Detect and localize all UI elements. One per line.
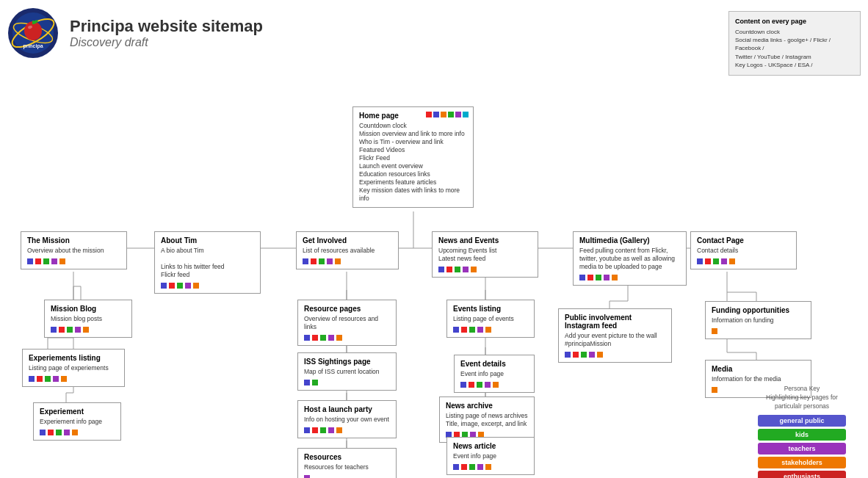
launch-party-node: Host a launch party Info on hosting your… <box>297 400 397 438</box>
homepage-text: Countdown clock Mission overview and lin… <box>359 122 467 203</box>
sitemap: Home page Countdown clock Mission overvi… <box>7 66 861 478</box>
resources-node: Resources Resources for teachers <box>297 448 397 478</box>
iss-sightings-node: ISS Sightings page Map of ISS current lo… <box>297 352 397 391</box>
resource-pages-text: Overview of resources and links <box>304 315 390 331</box>
funding-title: Funding opportunities <box>712 306 805 314</box>
funding-text: Information on funding <box>712 316 805 325</box>
persona-stakeholders: stakeholders <box>758 457 846 468</box>
multimedia-title: Multimedia (Gallery) <box>579 236 680 245</box>
launch-party-text: Info on hosting your own event <box>304 416 390 424</box>
contact-node: Contact Page Contact details <box>690 231 797 269</box>
funding-node: Funding opportunities Information on fun… <box>705 301 811 339</box>
every-page-title: Content on every page <box>735 18 854 25</box>
resource-pages-title: Resource pages <box>304 305 390 313</box>
about-tim-title: About Tim <box>161 236 254 245</box>
multimedia-node: Multimedia (Gallery) Feed pulling conten… <box>573 231 687 286</box>
public-involvement-node: Public involvementInstagram feed Add you… <box>558 308 672 363</box>
persona-enthusiasts: enthusiasts <box>758 471 846 478</box>
persona-key-title: Persona Key Highlighting key pages for p… <box>751 385 853 411</box>
event-details-text: Event info page <box>460 370 528 378</box>
about-tim-text: A bio about TimLinks to his twitter feed… <box>161 247 254 279</box>
contact-title: Contact Page <box>697 236 790 245</box>
resources-text: Resources for teachers <box>304 463 390 471</box>
persona-key: Persona Key Highlighting key pages for p… <box>751 385 853 478</box>
mission-text: Overview about the mission <box>27 247 120 255</box>
iss-sightings-title: ISS Sightings page <box>304 358 390 366</box>
mission-blog-title: Mission Blog <box>51 305 126 313</box>
mission-blog-text: Mission blog posts <box>51 315 126 323</box>
iss-sightings-text: Map of ISS current location <box>304 368 390 376</box>
launch-party-title: Host a launch party <box>304 405 390 413</box>
about-tim-node: About Tim A bio about TimLinks to his tw… <box>154 231 261 294</box>
media-text: Information for the media <box>712 375 805 383</box>
multimedia-text: Feed pulling content from Flickr, twitte… <box>579 247 680 271</box>
mission-blog-node: Mission Blog Mission blog posts <box>44 300 132 338</box>
news-article-text: Event info page <box>453 452 528 460</box>
news-archive-node: News archive Listing page of news archiv… <box>439 396 535 443</box>
news-events-text: Upcoming Events listLatest news feed <box>438 247 532 263</box>
mission-node: The Mission Overview about the mission <box>21 231 127 269</box>
homepage-node: Home page Countdown clock Mission overvi… <box>352 106 474 208</box>
site-title: Principa website sitemap <box>70 17 263 36</box>
news-archive-title: News archive <box>446 402 528 410</box>
media-title: Media <box>712 365 805 373</box>
public-involvement-text: Add your event picture to the wall#princ… <box>565 332 665 348</box>
news-article-node: News article Event info page <box>446 437 535 475</box>
public-involvement-title: Public involvementInstagram feed <box>565 314 665 330</box>
persona-teachers: teachers <box>758 443 846 455</box>
mission-title: The Mission <box>27 236 120 245</box>
site-subtitle: Discovery draft <box>70 36 263 49</box>
experiment-node: Experiement Experiement info page <box>33 402 121 441</box>
news-archive-text: Listing page of news archivesTitle, imag… <box>446 412 528 428</box>
experiment-title: Experiement <box>40 408 115 416</box>
get-involved-text: List of resources available <box>303 247 392 255</box>
news-article-title: News article <box>453 442 528 450</box>
svg-text:principa: principa <box>23 43 43 49</box>
events-listing-title: Events listing <box>453 305 528 313</box>
news-events-title: News and Events <box>438 236 532 245</box>
resource-pages-node: Resource pages Overview of resources and… <box>297 300 397 346</box>
event-details-title: Event details <box>460 360 528 368</box>
logo: principa <box>7 7 59 59</box>
experiments-listing-node: Experiements listing Listing page of exp… <box>22 349 125 387</box>
get-involved-node: Get Involved List of resources available <box>296 231 399 269</box>
experiments-listing-text: Listing page of experiements <box>29 364 118 372</box>
experiment-text: Experiement info page <box>40 418 115 426</box>
page-wrapper: principa Principa website sitemap Discov… <box>0 0 868 478</box>
event-details-node: Event details Event info page <box>454 355 535 393</box>
events-listing-node: Events listing Listing page of events <box>446 300 535 338</box>
get-involved-title: Get Involved <box>303 236 392 245</box>
persona-kids: kids <box>758 429 846 441</box>
resources-title: Resources <box>304 453 390 461</box>
every-page-content: Countdown clock Social media links - goo… <box>735 28 854 69</box>
events-listing-text: Listing page of events <box>453 315 528 323</box>
header-text: Principa website sitemap Discovery draft <box>70 17 263 49</box>
persona-general-public: general public <box>758 415 846 427</box>
experiments-listing-title: Experiements listing <box>29 354 118 362</box>
contact-text: Contact details <box>697 247 790 255</box>
news-events-node: News and Events Upcoming Events listLate… <box>432 231 538 278</box>
